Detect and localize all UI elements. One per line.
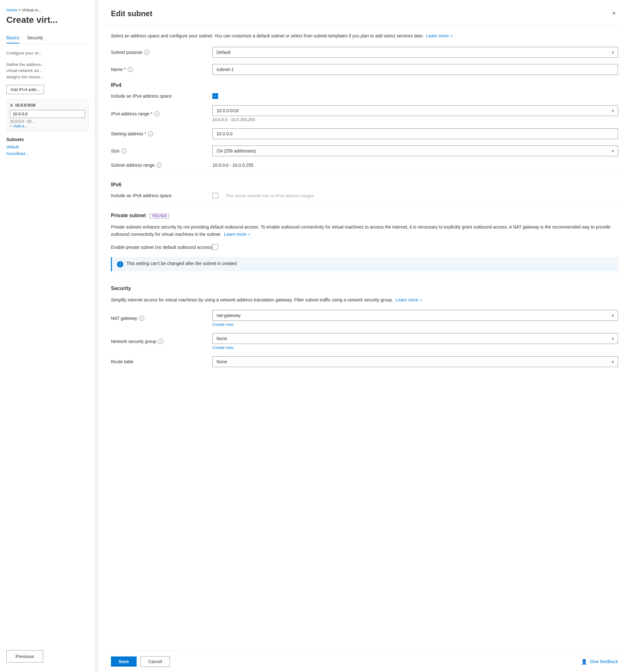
nsg-info-icon[interactable]: i	[158, 339, 163, 344]
name-row: Name * i	[111, 64, 618, 75]
nsg-select[interactable]: None	[212, 333, 618, 344]
feedback-icon: 👤	[581, 659, 587, 665]
subnet-range-label: Subnet address range i	[111, 163, 212, 168]
security-learn-more[interactable]: Learn more	[396, 297, 422, 302]
ipv4-range-label: IPv4 address range * i	[111, 111, 212, 116]
route-table-label: Route table	[111, 359, 212, 364]
size-label: Size i	[111, 148, 212, 153]
previous-button[interactable]: Previous	[6, 650, 43, 663]
name-input[interactable]	[212, 64, 618, 75]
left-panel: Home > Virtual m... Create virt... Basic…	[0, 0, 95, 672]
include-ipv4-label: Include an IPv4 address space	[111, 94, 212, 99]
nat-gateway-control: nat-gateway Create new	[212, 310, 618, 327]
name-label: Name * i	[111, 67, 212, 72]
divider-ipv6-private	[111, 205, 618, 205]
private-learn-more[interactable]: Learn more	[224, 232, 250, 237]
tab-security[interactable]: Security	[27, 33, 43, 43]
include-ipv4-row: Include an IPv4 address space ✓	[111, 93, 618, 99]
include-ipv6-label: Include an IPv6 address space	[111, 193, 212, 198]
ipv4-range-info-icon[interactable]: i	[154, 111, 159, 116]
breadcrumb-home[interactable]: Home	[6, 8, 17, 12]
starting-address-info-icon[interactable]: i	[148, 131, 153, 136]
cancel-button[interactable]: Cancel	[141, 656, 170, 667]
starting-address-input[interactable]	[212, 128, 618, 139]
subnet-purpose-info-icon[interactable]: i	[144, 50, 149, 55]
intro-text: Select an address space and configure yo…	[111, 32, 618, 39]
subnet-purpose-select[interactable]: Default	[212, 47, 618, 58]
panel-header: Edit subnet ×	[98, 0, 620, 25]
preview-badge: PREVIEW	[150, 214, 169, 218]
subnet-azurebast-link[interactable]: AzureBast...	[6, 151, 89, 156]
divider-ipv4-ipv6	[111, 174, 618, 174]
subnet-purpose-label: Subnet purpose i	[111, 50, 212, 55]
configure-label: Configure your vir...	[6, 50, 89, 56]
name-control	[212, 64, 618, 75]
route-table-select-wrapper: None	[212, 356, 618, 367]
ipv6-note: This virtual network has no IPv6 address…	[226, 193, 315, 198]
close-button[interactable]: ×	[610, 9, 618, 18]
nsg-create-new[interactable]: Create new	[212, 345, 618, 350]
nat-gateway-select[interactable]: nat-gateway	[212, 310, 618, 321]
ipv4-heading: IPv4	[111, 83, 618, 88]
ip-sub: 10.0.0.0 - 10...	[10, 119, 85, 123]
size-select[interactable]: /24 (256 addresses)	[212, 146, 618, 156]
route-table-row: Route table None	[111, 356, 618, 367]
tabs-row: Basics Security	[6, 33, 89, 44]
breadcrumb: Home > Virtual m...	[6, 8, 89, 12]
learn-more-intro[interactable]: Learn more	[426, 33, 453, 38]
nsg-row: Network security group i None Create new	[111, 333, 618, 350]
enable-private-label: Enable private subnet (no default outbou…	[111, 244, 212, 251]
info-circle-icon: i	[117, 261, 123, 267]
enable-private-control	[212, 244, 618, 251]
nat-gateway-create-new[interactable]: Create new	[212, 322, 618, 327]
starting-address-row: Starting address * i	[111, 128, 618, 139]
give-feedback[interactable]: 👤 Give feedback	[581, 659, 618, 665]
ip-header: ∧ 10.0.0.0/16	[10, 103, 85, 107]
size-row: Size i /24 (256 addresses)	[111, 146, 618, 156]
subnets-label: Subnets	[6, 137, 89, 142]
subnet-range-value: 10.0.0.0 - 10.0.0.255	[212, 163, 618, 168]
subnet-default-link[interactable]: default	[6, 145, 89, 149]
include-ipv6-row: Include an IPv6 address space This virtu…	[111, 193, 618, 198]
ipv6-heading: IPv6	[111, 182, 618, 188]
tab-basics[interactable]: Basics	[6, 33, 19, 43]
panel-title: Edit subnet	[111, 9, 152, 18]
nat-gateway-info-icon[interactable]: i	[139, 316, 144, 321]
route-table-select[interactable]: None	[212, 356, 618, 367]
ipv4-range-select-wrapper: 10.0.0.0/16	[212, 105, 618, 116]
private-desc: Private subnets enhance security by not …	[111, 223, 618, 238]
nat-gateway-select-wrapper: nat-gateway	[212, 310, 618, 321]
panel-footer: Save Cancel 👤 Give feedback	[98, 651, 620, 672]
add-link[interactable]: + Add a...	[10, 123, 85, 128]
subnet-purpose-control: Default	[212, 47, 618, 58]
include-ipv4-checkbox[interactable]: ✓	[212, 93, 218, 99]
ipv4-range-control: 10.0.0.0/16 10.0.0.0 - 10.0.255.255	[212, 105, 618, 122]
include-ipv6-checkbox[interactable]	[212, 193, 218, 198]
ipv4-range-select[interactable]: 10.0.0.0/16	[212, 105, 618, 116]
add-ipv4-btn[interactable]: Add IPv4 addr...	[6, 85, 44, 94]
route-table-control: None	[212, 356, 618, 367]
enable-private-checkbox[interactable]	[212, 244, 218, 250]
enable-private-row: Enable private subnet (no default outbou…	[111, 244, 618, 251]
starting-address-control	[212, 128, 618, 139]
nsg-control: None Create new	[212, 333, 618, 350]
save-button[interactable]: Save	[111, 657, 137, 667]
subnet-range-info-icon[interactable]: i	[157, 163, 162, 168]
breadcrumb-separator: >	[18, 8, 22, 12]
include-ipv4-control: ✓	[212, 93, 618, 99]
security-desc: Simplify internet access for virtual mac…	[111, 296, 618, 303]
security-heading: Security	[111, 286, 618, 291]
subnet-purpose-row: Subnet purpose i Default	[111, 47, 618, 58]
nat-gateway-label: NAT gateway i	[111, 316, 212, 321]
starting-address-label: Starting address * i	[111, 131, 212, 136]
subnet-range-row: Subnet address range i 10.0.0.0 - 10.0.0…	[111, 163, 618, 168]
size-info-icon[interactable]: i	[121, 148, 126, 153]
ipv4-range-sub: 10.0.0.0 - 10.0.255.255	[212, 117, 618, 122]
size-select-wrapper: /24 (256 addresses)	[212, 146, 618, 156]
edit-subnet-panel: Edit subnet × Select an address space an…	[98, 0, 620, 672]
ip-range-input[interactable]	[10, 110, 85, 118]
name-info-icon[interactable]: i	[128, 67, 133, 72]
size-control: /24 (256 addresses)	[212, 146, 618, 156]
private-info-note: i This setting can't be changed after th…	[111, 257, 618, 271]
nat-gateway-row: NAT gateway i nat-gateway Create new	[111, 310, 618, 327]
